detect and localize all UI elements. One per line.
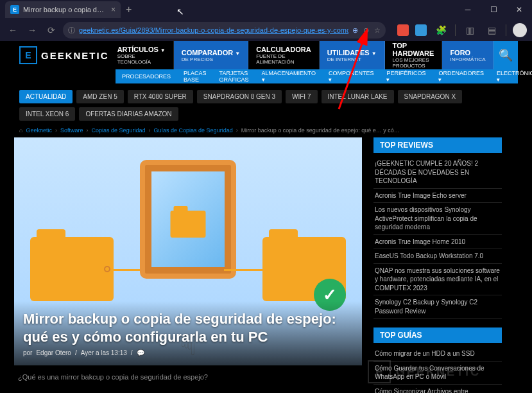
sidebar: TOP REVIEWS ¡GEEKNETIC CUMPLE 20 AÑOS! 2… xyxy=(373,137,502,393)
tag-item[interactable]: INTEL XEON 6 xyxy=(19,107,75,121)
install-app-icon[interactable]: ⊕ xyxy=(352,26,358,35)
author-prefix: por xyxy=(23,349,32,356)
close-tab-icon[interactable]: × xyxy=(111,5,116,14)
tag-item[interactable]: WIFI 7 xyxy=(286,90,317,103)
article-meta: por Edgar Otero / Ayer a las 13:13 / 💬 xyxy=(23,349,353,356)
minimize-button[interactable]: ─ xyxy=(455,0,481,19)
article-date: Ayer a las 13:13 xyxy=(81,349,127,356)
subnav-item[interactable]: TARJETAS GRÁFICAS xyxy=(213,70,255,83)
reload-button[interactable]: ⟳ xyxy=(44,22,59,38)
tag-item[interactable]: ACTUALIDAD xyxy=(19,90,73,103)
site-info-icon[interactable]: ⓘ xyxy=(68,26,75,35)
extensions-area: 🧩 ▥ ▤ xyxy=(397,22,527,38)
breadcrumb-link[interactable]: Software xyxy=(60,127,83,134)
breadcrumb-link[interactable]: Copias de Seguridad xyxy=(92,127,146,134)
subnav-item[interactable]: COMPONENTES ▾ xyxy=(322,70,381,83)
forward-button[interactable]: → xyxy=(24,22,40,38)
hero-image: ✓ ☟ Mirror backup o copia de seguridad d… xyxy=(14,137,362,365)
breadcrumb-link[interactable]: Geeknetic xyxy=(26,127,52,134)
list-item[interactable]: Los nuevos dispositivos Synology ActiveP… xyxy=(373,203,502,235)
article: ✓ ☟ Mirror backup o copia de seguridad d… xyxy=(14,137,362,393)
logo-text: GEEKNETIC xyxy=(41,50,109,61)
connector-dot xyxy=(104,266,110,272)
maximize-button[interactable]: ☐ xyxy=(481,0,506,19)
url-input[interactable] xyxy=(79,26,348,34)
divider xyxy=(506,24,506,36)
page-content: E GEEKNETIC ARTÍCULOS▼SOBRE TECNOLOGÍACO… xyxy=(0,41,532,393)
site-logo[interactable]: E GEEKNETIC xyxy=(14,41,110,69)
comments-icon[interactable]: 💬 xyxy=(137,349,144,356)
folder-right-graphic: ✓ xyxy=(262,237,346,301)
subnav-item[interactable]: PROCESADORES xyxy=(116,73,177,80)
subnav-item[interactable]: PLACAS BASE xyxy=(177,70,213,83)
tag-item[interactable]: AMD ZEN 5 xyxy=(76,90,123,103)
logo-icon: E xyxy=(19,46,37,64)
subnav-item[interactable]: PERIFÉRICOS ▾ xyxy=(380,70,432,83)
search-button[interactable]: 🔍 xyxy=(493,41,518,69)
nav-item-foro[interactable]: FOROINFORMÁTICA xyxy=(442,41,493,69)
top-reviews-header: TOP REVIEWS xyxy=(373,137,502,153)
home-icon[interactable]: ⌂ xyxy=(19,127,22,134)
mirror-folder-graphic xyxy=(171,211,206,238)
list-item[interactable]: Acronis True Image Echo server xyxy=(373,189,502,204)
breadcrumb-link[interactable]: Guías de Copias de Seguridad xyxy=(154,127,233,134)
tag-bar: ACTUALIDADAMD ZEN 5RTX 4080 SUPERSNAPDRA… xyxy=(19,90,518,121)
hero-overlay: Mirror backup o copia de seguridad de es… xyxy=(14,301,362,365)
list-item[interactable]: QNAP nos muestra sus soluciones software… xyxy=(373,264,502,296)
list-item[interactable]: Acronis True Image Home 2010 xyxy=(373,235,502,250)
bookmark-icon[interactable]: ☆ xyxy=(374,26,381,35)
translate-icon[interactable]: ⊘ xyxy=(363,26,369,35)
new-tab-button[interactable]: + xyxy=(126,4,132,15)
extension-2-icon[interactable] xyxy=(415,24,427,36)
top-guides-list: Cómo migrar de un HDD a un SSDCómo Guard… xyxy=(373,347,502,393)
nav-item-comparador[interactable]: COMPARADOR▼DE PRECIOS xyxy=(174,41,248,69)
sub-nav: PROCESADORESPLACAS BASETARJETAS GRÁFICAS… xyxy=(116,69,518,83)
article-title: Mirror backup o copia de seguridad de es… xyxy=(23,310,353,345)
back-button[interactable]: ← xyxy=(5,22,21,38)
folder-left-graphic xyxy=(30,237,114,301)
tab-strip: E Mirror backup o copia de segu × + xyxy=(0,0,132,19)
tag-item[interactable]: INTEL LUNAR LAKE xyxy=(322,90,394,103)
author-name[interactable]: Edgar Otero xyxy=(36,349,71,356)
browser-tab[interactable]: E Mirror backup o copia de segu × xyxy=(5,1,121,18)
breadcrumb-current: Mirror backup o copia de seguridad de es… xyxy=(241,127,400,134)
profile-avatar[interactable] xyxy=(513,23,527,37)
nav-item-artículos[interactable]: ARTÍCULOS▼SOBRE TECNOLOGÍA xyxy=(110,41,174,69)
list-item[interactable]: ¡GEEKNETIC CUMPLE 20 AÑOS! 2 DÉCADAS DE … xyxy=(373,157,502,189)
extension-1-icon[interactable] xyxy=(397,24,409,36)
window-controls: ─ ☐ ✕ xyxy=(455,0,532,19)
divider xyxy=(455,24,456,36)
top-guides-header: TOP GUÍAS xyxy=(373,328,502,343)
subnav-item[interactable]: ORDENADORES ▾ xyxy=(432,70,490,83)
nav-item-utilidades[interactable]: UTILIDADES▼DE INTERNET xyxy=(320,41,385,69)
subnav-item[interactable]: ALMACENAMIENTO ▾ xyxy=(255,70,322,83)
list-item[interactable]: Cómo Guardar tus Conversaciones de Whats… xyxy=(373,362,502,385)
top-reviews-list: ¡GEEKNETIC CUMPLE 20 AÑOS! 2 DÉCADAS DE … xyxy=(373,157,502,319)
list-item[interactable]: Cómo Sincronizar Archivos entre Disposit… xyxy=(373,385,502,394)
tag-item[interactable]: SNAPDRAGON X xyxy=(398,90,463,103)
tag-item[interactable]: RTX 4080 SUPER xyxy=(128,90,193,103)
main-nav: ARTÍCULOS▼SOBRE TECNOLOGÍACOMPARADOR▼DE … xyxy=(110,41,494,69)
list-item[interactable]: Cómo migrar de un HDD a un SSD xyxy=(373,347,502,362)
list-item[interactable]: Synology C2 Backup y Synology C2 Passwor… xyxy=(373,295,502,319)
article-question: ¿Qué es una mirror bakcup o copia de seg… xyxy=(14,373,362,381)
mirror-frame-graphic xyxy=(140,160,236,279)
nav-item-calculadora[interactable]: CALCULADORAFUENTE DE ALIMENTACIÓN xyxy=(248,41,320,69)
favicon-icon: E xyxy=(10,5,19,14)
window-titlebar: E Mirror backup o copia de segu × + ─ ☐ … xyxy=(0,0,532,19)
address-bar[interactable]: ⓘ ⊕ ⊘ ☆ xyxy=(63,22,386,39)
tag-item[interactable]: OFERTAS DIARIAS AMAZON xyxy=(79,107,178,121)
close-window-button[interactable]: ✕ xyxy=(506,0,532,19)
subnav-item[interactable]: ELECTRÓNICA ▾ xyxy=(490,70,532,83)
nav-item-top hardware[interactable]: TOP HARDWARELOS MEJORES PRODUCTOS xyxy=(385,41,443,69)
side-panel-icon[interactable]: ▥ xyxy=(462,22,477,38)
breadcrumb: ⌂Geeknetic›Software›Copias de Seguridad›… xyxy=(19,127,518,134)
tab-title: Mirror backup o copia de segu xyxy=(23,6,107,13)
reading-list-icon[interactable]: ▤ xyxy=(484,22,499,38)
browser-toolbar: ← → ⟳ ⓘ ⊕ ⊘ ☆ 🧩 ▥ ▤ xyxy=(0,19,532,41)
tag-item[interactable]: SNAPDRAGON 8 GEN 3 xyxy=(197,90,282,103)
extensions-button[interactable]: 🧩 xyxy=(433,22,449,38)
list-item[interactable]: EaseUS Todo Backup Workstation 7.0 xyxy=(373,249,502,264)
